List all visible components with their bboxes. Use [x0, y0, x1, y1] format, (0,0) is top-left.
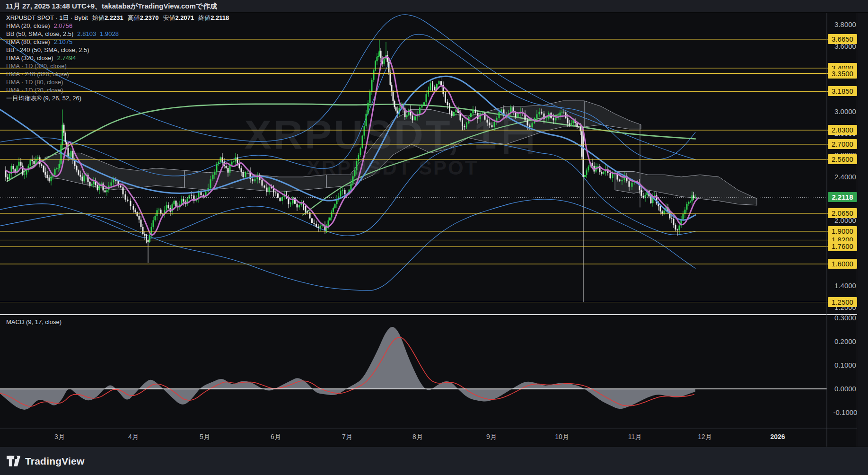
candle-body — [43, 166, 44, 172]
candle-body — [449, 105, 450, 111]
current-price-badge[interactable]: 2.2118 — [828, 192, 857, 202]
candle-body — [419, 107, 421, 114]
candle-body — [629, 181, 630, 187]
month-label: 9月 — [478, 433, 505, 441]
candle-body — [257, 175, 258, 179]
price-alert-badge[interactable]: 3.6650 — [828, 34, 857, 44]
candle-body — [216, 164, 218, 172]
candle-body — [334, 204, 336, 208]
candle-body — [428, 90, 429, 95]
candle-body — [91, 184, 93, 185]
candle-body — [423, 102, 425, 105]
candle-body — [354, 170, 356, 176]
candle-body — [111, 183, 112, 186]
candle-body — [393, 92, 394, 101]
macd-pane-label[interactable]: MACD (9, 17, close) — [6, 318, 61, 325]
candle-body — [314, 223, 315, 224]
candle-body — [375, 61, 376, 70]
candle-body — [26, 170, 27, 175]
macd-tick-label: 0.2000 — [831, 337, 860, 345]
candle-body — [482, 113, 483, 113]
candle-body — [546, 119, 547, 119]
price-alert-badge[interactable]: 1.7600 — [828, 241, 857, 251]
candle-body — [140, 220, 142, 227]
candle-body — [127, 200, 129, 201]
price-alert-badge[interactable]: 3.3500 — [828, 69, 857, 79]
candle-body — [597, 166, 599, 167]
candle-body — [252, 179, 254, 181]
candle-body — [157, 210, 158, 216]
legend-row-hma80[interactable]: HMA (80, close)2.1075 — [6, 38, 229, 46]
candle-body — [426, 94, 427, 102]
candle-body — [438, 81, 440, 84]
legend-row-hma320[interactable]: HMA (320, close)2.7494 — [6, 54, 229, 62]
candle-body — [22, 166, 24, 175]
candle-body — [56, 168, 58, 169]
candle-body — [210, 179, 211, 188]
bb240_lower-line[interactable] — [0, 199, 695, 290]
ohlc-low: 安値2.2071 — [163, 14, 194, 21]
price-alert-badge[interactable]: 2.0650 — [828, 208, 857, 218]
candle-body — [688, 202, 690, 204]
candle-body — [390, 72, 391, 85]
candle-body — [137, 212, 138, 216]
bb50_lower-line[interactable] — [0, 143, 695, 238]
legend-row-hma20[interactable]: HMA (20, close)2.0756 — [6, 22, 229, 30]
candle-body — [660, 206, 661, 211]
candle-body — [569, 123, 570, 125]
legend-row-hma240-320[interactable]: HMA · 240 (320, close) — [6, 70, 229, 78]
candle-body — [351, 184, 352, 190]
price-alert-badge[interactable]: 2.5600 — [828, 154, 857, 164]
candle-body — [475, 109, 476, 113]
tradingview-logo[interactable]: TradingView — [7, 455, 85, 468]
candle-body — [162, 214, 164, 214]
price-alert-badge[interactable]: 3.1850 — [828, 86, 857, 96]
legend-row-hma1d20[interactable]: HMA · 1D (20, close) — [6, 86, 229, 94]
price-tick-label: 3.0000 — [831, 107, 860, 115]
macd-tick-label: 0.1000 — [831, 361, 860, 369]
price-alert-badge[interactable]: 1.2500 — [828, 297, 857, 307]
legend-row-bb240[interactable]: BB · 240 (50, SMA, close, 2.5) — [6, 46, 229, 54]
candle-body — [675, 225, 676, 229]
candle-body — [581, 131, 583, 157]
legend-row-hma1d80[interactable]: HMA · 1D (80, close) — [6, 78, 229, 86]
macd-pane[interactable] — [0, 327, 695, 410]
ichimoku-cloud — [45, 153, 184, 190]
candle-body — [473, 109, 474, 113]
legend-row-bb50[interactable]: BB (50, SMA, close, 2.5)2.81031.9028 — [6, 30, 229, 38]
candle-body — [123, 187, 124, 194]
candle-body — [456, 109, 457, 112]
candle-body — [61, 145, 62, 164]
price-alert-badge[interactable]: 2.7000 — [828, 139, 857, 149]
month-label: 5月 — [192, 433, 218, 441]
candle-body — [266, 188, 268, 193]
candle-body — [421, 105, 423, 107]
candle-body — [451, 111, 453, 116]
candle-body — [5, 170, 7, 177]
candle-body — [247, 172, 249, 173]
candle-body — [445, 94, 446, 102]
candle-body — [41, 164, 43, 166]
candle-body — [560, 113, 561, 116]
time-axis[interactable]: 3月4月5月6月7月8月9月10月11月12月2026 — [0, 428, 857, 447]
header-bar: 11月 27, 2025 13:48 UTC+9、takatabaがTradin… — [0, 0, 868, 13]
candle-body — [539, 112, 540, 114]
candle-body — [430, 83, 431, 90]
price-alert-badge[interactable]: 1.6000 — [828, 259, 857, 269]
candle-body — [395, 107, 397, 111]
tradingview-chart-page: { "header": { "created_text": "11月 27, 2… — [0, 0, 868, 475]
candle-body — [78, 170, 79, 175]
candle-body — [243, 172, 244, 177]
legend-row-ichimoku[interactable]: 一目均衡表® (9, 26, 52, 26) — [6, 94, 229, 102]
candle-body — [683, 214, 684, 220]
legend-symbol-row[interactable]: XRPUSDT SPOT · 1日 · Bybit始値2.2231高値2.237… — [6, 14, 229, 22]
price-alert-badge[interactable]: 2.8300 — [828, 125, 857, 135]
candle-body — [584, 175, 586, 177]
candle-body — [671, 218, 673, 219]
candle-body — [380, 51, 382, 58]
candle-body — [577, 123, 578, 127]
candle-body — [76, 166, 78, 170]
candle-body — [410, 109, 412, 115]
legend-row-hma1d320[interactable]: HMA · 1D (320, close) — [6, 62, 229, 70]
macd-signal-line[interactable] — [0, 337, 694, 406]
